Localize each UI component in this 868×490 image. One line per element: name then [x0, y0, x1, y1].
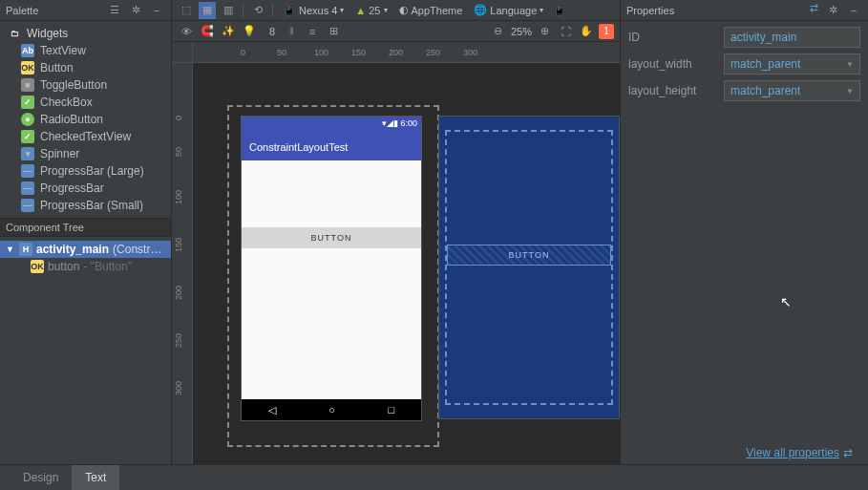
design-mode-icon[interactable]: ▦	[199, 2, 216, 19]
ruler-tick: 0	[174, 116, 183, 120]
zoom-fit-icon[interactable]: ⛶	[557, 23, 574, 40]
component-tree-title: Component Tree	[6, 222, 84, 233]
warning-badge[interactable]: 1	[599, 24, 614, 39]
palette-item-label: RadioButton	[40, 113, 103, 126]
palette-gear-icon[interactable]: ✲	[127, 2, 144, 19]
orientation-icon[interactable]: ⟲	[249, 2, 266, 19]
design-canvas[interactable]: 0 50 100 150 200 250 300 0 50 100 150 20…	[172, 42, 620, 464]
swap-icon[interactable]: ⇄	[807, 2, 820, 15]
folder-icon: 🗀	[8, 27, 21, 40]
device-select[interactable]: 📱Nexus 4▾	[279, 2, 348, 19]
tree-root-suffix: (Constr…	[113, 243, 161, 256]
nav-recent-icon: □	[389, 404, 395, 415]
bottom-tabs: Design Text	[0, 464, 868, 490]
preview-button[interactable]: BUTTON	[242, 227, 421, 248]
tree-child-button[interactable]: OK button - "Button"	[0, 258, 171, 275]
button-icon: OK	[31, 260, 44, 273]
palette-folder-widgets[interactable]: 🗀 Widgets	[0, 25, 171, 42]
infer-constraints-icon[interactable]: 💡	[241, 23, 258, 40]
palette-item-spinner[interactable]: ▾Spinner	[0, 145, 171, 162]
constraint-toolbar: 👁 🧲 ✨ 💡 8 ⫴ ≡ ⊞ ⊖ 25% ⊕ ⛶ ✋ 1	[172, 21, 620, 42]
tree-child-label: button	[48, 260, 79, 273]
android-icon: ▲	[355, 5, 366, 16]
theme-select[interactable]: ◐AppTheme	[395, 2, 467, 19]
select-mode-icon[interactable]: ⬚	[178, 2, 195, 19]
palette-item-label: ProgressBar (Large)	[40, 164, 144, 178]
palette-item-textview[interactable]: AbTextView	[0, 42, 171, 59]
app-bar: ConstraintLayoutTest	[242, 134, 421, 160]
prop-value-height[interactable]: match_parent▼	[724, 80, 860, 101]
ruler-corner	[172, 42, 193, 63]
textview-icon: Ab	[21, 44, 34, 57]
prop-value-id[interactable]: activity_main	[724, 27, 860, 48]
default-margin[interactable]: 8	[265, 23, 279, 40]
properties-header: Properties ⇄ ✲ −	[621, 0, 868, 21]
blueprint-mode-icon[interactable]: ▥	[220, 2, 237, 19]
autoconnect-icon[interactable]: 🧲	[199, 23, 216, 40]
properties-gear-icon[interactable]: ✲	[824, 2, 841, 19]
prop-value-width[interactable]: match_parent▼	[724, 53, 860, 75]
tree-root-activity-main[interactable]: ▼ H activity_main (Constr…	[0, 241, 171, 258]
palette-item-checkbox[interactable]: ✓CheckBox	[0, 94, 171, 111]
tab-design[interactable]: Design	[10, 465, 72, 490]
spinner-icon: ▾	[21, 147, 34, 160]
tab-text[interactable]: Text	[72, 465, 119, 490]
tree-child-suffix: - "Button"	[83, 260, 132, 273]
blueprint-button[interactable]: BUTTON	[447, 245, 611, 266]
palette-item-label: TextView	[40, 44, 86, 57]
prop-label: layout_height	[628, 84, 724, 97]
palette-item-button[interactable]: OKButton	[0, 59, 171, 76]
properties-body: ID activity_main layout_width match_pare…	[621, 21, 868, 464]
variant-icon[interactable]: 📱	[551, 2, 568, 19]
tree-root-label: activity_main	[36, 243, 109, 256]
zoom-in-icon[interactable]: ⊕	[536, 23, 553, 40]
device-preview[interactable]: ▾◢▮ 6:00 ConstraintLayoutTest BUTTON ◁ ○…	[241, 116, 422, 421]
theme-name: AppTheme	[412, 5, 463, 16]
palette-item-label: CheckedTextView	[40, 130, 131, 143]
palette-item-progress[interactable]: —ProgressBar	[0, 180, 171, 197]
api-select[interactable]: ▲25▾	[351, 2, 391, 19]
status-bar: ▾◢▮ 6:00	[242, 117, 421, 134]
prop-label: layout_width	[628, 57, 724, 71]
blueprint-preview[interactable]: BUTTON	[438, 116, 620, 419]
component-tree-header: Component Tree	[0, 218, 171, 237]
nav-home-icon: ○	[328, 404, 335, 415]
zoom-out-icon[interactable]: ⊖	[490, 23, 507, 40]
palette-item-label: Button	[40, 61, 74, 75]
palette-collapse-icon[interactable]: −	[148, 2, 165, 19]
pan-icon[interactable]: ✋	[578, 23, 595, 40]
nav-back-icon: ◁	[268, 404, 276, 416]
ruler-horizontal: 0 50 100 150 200 250 300	[193, 42, 620, 63]
language-select[interactable]: 🌐Language▾	[470, 2, 547, 19]
guideline-icon[interactable]: ⊞	[325, 23, 342, 40]
palette-item-progress-large[interactable]: —ProgressBar (Large)	[0, 162, 171, 180]
view-all-properties-link[interactable]: View all properties ⇄	[746, 446, 857, 459]
status-time: 6:00	[400, 118, 417, 128]
align-icon[interactable]: ≡	[304, 23, 321, 40]
design-toolbar: ⬚ ▦ ▥ ⟲ 📱Nexus 4▾ ▲25▾ ◐AppTheme 🌐Langua…	[172, 0, 620, 21]
clear-constraints-icon[interactable]: ✨	[220, 23, 237, 40]
ruler-tick: 100	[314, 48, 328, 57]
prop-row-id: ID activity_main	[628, 25, 860, 50]
palette-item-label: ToggleButton	[40, 78, 107, 92]
properties-collapse-icon[interactable]: −	[845, 2, 862, 19]
pack-icon[interactable]: ⫴	[283, 23, 300, 40]
expand-icon[interactable]: ▼	[6, 245, 15, 254]
show-constraints-icon[interactable]: 👁	[178, 23, 195, 40]
folder-label: Widgets	[27, 27, 68, 40]
design-surface[interactable]: ▾◢▮ 6:00 ConstraintLayoutTest BUTTON ◁ ○…	[193, 63, 620, 464]
ruler-tick: 0	[241, 48, 245, 57]
ruler-tick: 100	[174, 190, 183, 204]
nav-bar: ◁ ○ □	[242, 399, 421, 420]
ruler-tick: 250	[174, 333, 183, 348]
palette-item-toggle[interactable]: ■ToggleButton	[0, 76, 171, 94]
palette-item-radio[interactable]: ●RadioButton	[0, 111, 171, 128]
ruler-tick: 50	[174, 147, 183, 157]
palette-filter-icon[interactable]: ☰	[106, 2, 123, 19]
palette-item-progress-small[interactable]: —ProgressBar (Small)	[0, 197, 171, 214]
device-body[interactable]: BUTTON	[242, 160, 421, 399]
progress-large-icon: —	[21, 164, 34, 178]
palette-item-checkedtext[interactable]: ✓CheckedTextView	[0, 128, 171, 145]
link-icon: ⇄	[843, 446, 857, 459]
ruler-tick: 150	[174, 238, 183, 252]
